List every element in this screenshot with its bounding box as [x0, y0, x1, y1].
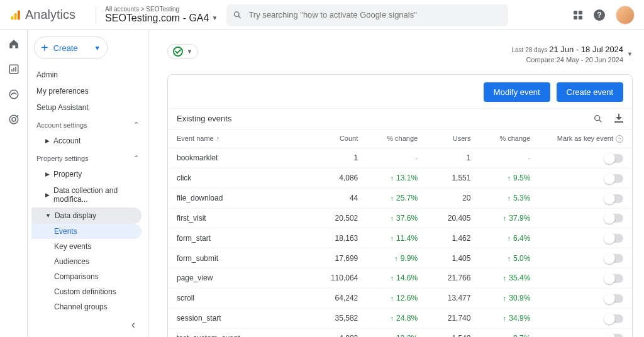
apps-grid-icon[interactable] — [574, 11, 582, 19]
col-users[interactable]: Users — [426, 129, 479, 148]
cell-change-count: ↑24.8% — [367, 308, 426, 328]
cell-event-name[interactable]: form_start — [168, 228, 314, 248]
property-name: SEOTesting.com - GA4 ▼ — [105, 13, 218, 24]
cell-event-name[interactable]: click — [168, 168, 314, 188]
cell-key-toggle — [539, 208, 632, 228]
table-row[interactable]: first_visit20,502↑37.6%20,405↑37.9% — [168, 208, 632, 228]
explore-icon[interactable] — [8, 88, 20, 101]
nav-account[interactable]: ▶ Account — [31, 133, 144, 149]
product-logo[interactable]: Analytics — [10, 8, 75, 22]
table-row[interactable]: file_download44↑25.7%20↑5.3% — [168, 188, 632, 208]
nav-channel-groups[interactable]: Channel groups — [31, 299, 142, 314]
cell-event-name[interactable]: test_custom_event — [168, 328, 314, 337]
cell-count: 110,064 — [314, 268, 367, 289]
nav-key-events[interactable]: Key events — [31, 239, 142, 254]
cell-count: 4,086 — [314, 168, 367, 188]
sidebar-collapse-icon[interactable]: ‹ — [31, 314, 144, 331]
key-event-toggle[interactable] — [604, 154, 623, 163]
home-icon[interactable] — [8, 38, 20, 50]
table-row[interactable]: session_start35,582↑24.8%21,740↑34.9% — [168, 308, 632, 328]
search-bar[interactable] — [226, 4, 508, 26]
date-range-picker[interactable]: Last 28 days 21 Jun - 18 Jul 2024 Compar… — [511, 44, 633, 65]
cell-event-name[interactable]: bookmarklet — [168, 148, 314, 168]
cell-event-name[interactable]: first_visit — [168, 208, 314, 228]
key-event-toggle[interactable] — [604, 234, 623, 243]
cell-key-toggle — [539, 228, 632, 248]
status-chip[interactable]: ▼ — [167, 44, 198, 59]
nav-custom-definitions[interactable]: Custom definitions — [31, 284, 142, 299]
section-account-settings[interactable]: Account settings ⌃ — [31, 116, 144, 133]
cell-event-name[interactable]: session_start — [168, 308, 314, 328]
nav-comparisons[interactable]: Comparisons — [31, 269, 142, 284]
nav-audiences[interactable]: Audiences — [31, 254, 142, 269]
col-change-count[interactable]: % change — [367, 129, 426, 148]
svg-line-4 — [239, 16, 241, 18]
caret-right-icon: ▶ — [45, 171, 50, 177]
key-event-toggle[interactable] — [604, 294, 623, 303]
col-mark-key-event[interactable]: Mark as key event? — [539, 129, 632, 148]
nav-my-preferences[interactable]: My preferences — [31, 83, 144, 99]
key-event-toggle[interactable] — [604, 174, 623, 183]
table-row[interactable]: click4,086↑13.1%1,551↑9.5% — [168, 168, 632, 188]
nav-data-collection[interactable]: ▶ Data collection and modifica... — [31, 182, 144, 207]
svg-point-12 — [595, 115, 600, 120]
search-icon[interactable] — [593, 114, 603, 124]
key-event-toggle[interactable] — [604, 314, 623, 323]
cell-change-users: ↑37.9% — [479, 208, 539, 228]
table-row[interactable]: bookmarklet1-1- — [168, 148, 632, 168]
key-event-toggle[interactable] — [604, 214, 623, 223]
chevron-down-icon: ▼ — [187, 48, 192, 55]
section-property-settings[interactable]: Property settings ⌃ — [31, 149, 144, 166]
nav-property[interactable]: ▶ Property — [31, 166, 144, 182]
left-rail — [0, 30, 28, 337]
key-event-toggle[interactable] — [604, 194, 623, 203]
cell-change-count: ↑13.3% — [367, 328, 426, 337]
svg-rect-7 — [13, 68, 14, 72]
advertising-icon[interactable] — [8, 113, 20, 126]
analytics-logo-icon — [10, 9, 21, 21]
search-input[interactable] — [248, 10, 502, 19]
nav-admin[interactable]: Admin — [31, 67, 144, 83]
cell-count: 1 — [314, 148, 367, 168]
cell-change-count: ↑9.9% — [367, 248, 426, 268]
main-content: ▼ Last 28 days 21 Jun - 18 Jul 2024 Comp… — [148, 30, 644, 337]
cell-event-name[interactable]: page_view — [168, 268, 314, 289]
download-icon[interactable] — [614, 114, 623, 123]
cell-key-toggle — [539, 308, 632, 328]
property-picker[interactable]: All accounts > SEOTesting SEOTesting.com… — [105, 6, 218, 25]
help-icon[interactable]: ? — [594, 9, 605, 21]
cell-users: 1 — [426, 148, 479, 168]
key-event-toggle[interactable] — [604, 254, 623, 263]
table-row[interactable]: form_start18,163↑11.4%1,462↑6.4% — [168, 228, 632, 248]
cell-event-name[interactable]: file_download — [168, 188, 314, 208]
nav-setup-assistant[interactable]: Setup Assistant — [31, 99, 144, 116]
nav-data-display[interactable]: ▼ Data display — [31, 207, 142, 224]
cell-users: 21,766 — [426, 268, 479, 289]
cell-event-name[interactable]: scroll — [168, 288, 314, 308]
plus-icon: + — [41, 41, 48, 54]
modify-event-button[interactable]: Modify event — [484, 82, 550, 102]
nav-events[interactable]: Events — [31, 224, 142, 239]
cell-count: 64,242 — [314, 288, 367, 308]
reports-icon[interactable] — [8, 63, 20, 75]
col-event-name[interactable]: Event name↑ — [168, 129, 314, 148]
key-event-toggle[interactable] — [604, 334, 623, 337]
cell-change-count: ↑37.6% — [367, 208, 426, 228]
create-button[interactable]: + Create ▼ — [34, 36, 108, 59]
table-row[interactable]: scroll64,242↑12.6%13,477↑30.9% — [168, 288, 632, 308]
col-count[interactable]: Count — [314, 129, 367, 148]
cell-change-users: ↑6.4% — [479, 228, 539, 248]
create-event-button[interactable]: Create event — [557, 82, 623, 102]
chevron-down-icon: ▼ — [211, 14, 218, 22]
cell-change-users: ↑35.4% — [479, 268, 539, 289]
table-row[interactable]: form_submit17,699↑9.9%1,405↑5.0% — [168, 248, 632, 268]
property-name-text: SEOTesting.com - GA4 — [105, 13, 209, 24]
check-circle-icon — [173, 47, 183, 57]
table-row[interactable]: test_custom_event4,083↑13.3%1,548↑9.7% — [168, 328, 632, 337]
cell-event-name[interactable]: form_submit — [168, 248, 314, 268]
col-change-users[interactable]: % change — [479, 129, 539, 148]
table-row[interactable]: page_view110,064↑14.6%21,766↑35.4% — [168, 268, 632, 289]
avatar[interactable] — [616, 6, 634, 24]
events-panel: Modify event Create event Existing event… — [167, 74, 633, 337]
key-event-toggle[interactable] — [604, 274, 623, 283]
